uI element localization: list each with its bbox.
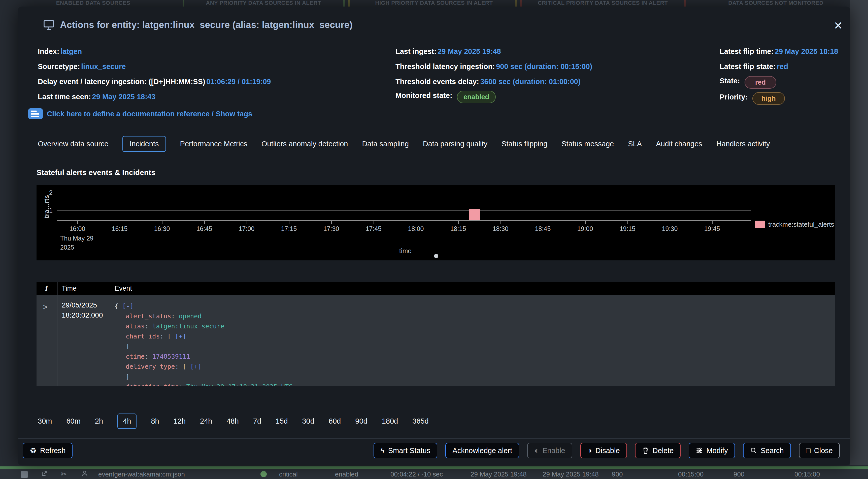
range-60m[interactable]: 60m	[66, 417, 80, 425]
close-icon[interactable]: ✕	[829, 17, 847, 35]
x-tick-label: 16:15	[102, 225, 137, 232]
time-column-header[interactable]: Time	[62, 285, 76, 292]
range-8h[interactable]: 8h	[151, 417, 159, 425]
json-line: ctime: 1748539111	[115, 352, 292, 362]
tab-status-flipping[interactable]: Status flipping	[501, 140, 547, 148]
acknowledge-alert-button[interactable]: Acknowledge alert	[445, 443, 519, 458]
lightning-icon: ϟ	[381, 447, 384, 454]
x-first-label-date: Thu May 29	[60, 235, 93, 242]
expand-toggle[interactable]: [+]	[175, 333, 186, 340]
json-line: chart_ids: [ [+]	[115, 331, 292, 342]
tab-incidents[interactable]: Incidents	[122, 136, 166, 152]
user-icon[interactable]	[81, 470, 88, 477]
external-link-icon[interactable]	[41, 470, 48, 477]
range-24h[interactable]: 24h	[200, 417, 212, 425]
state-badge: red	[745, 76, 776, 89]
refresh-icon: ♻	[30, 447, 36, 454]
y-tick-label: 2	[40, 189, 53, 196]
x-tick-label: 19:00	[567, 225, 603, 232]
range-7d[interactable]: 7d	[253, 417, 261, 425]
tab-bar: Overview data source Incidents Performan…	[38, 135, 770, 152]
tab-data-parsing-quality[interactable]: Data parsing quality	[423, 140, 487, 148]
collapse-toggle[interactable]: [-]	[122, 302, 133, 310]
x-tick	[120, 221, 120, 224]
x-tick-label: 17:00	[229, 225, 264, 232]
toggle-icon: ◐	[534, 447, 539, 454]
info-state: State: red	[720, 76, 776, 89]
bg-panel-edge	[183, 0, 184, 6]
range-4h[interactable]: 4h	[117, 414, 136, 429]
events-table: i Time Event > 29/05/2025 18:20:02.000 {…	[36, 282, 835, 386]
bg-kpi-header: ENABLED DATA SOURCES	[5, 0, 181, 6]
chart-x-axis-label: _time	[386, 247, 421, 255]
bg-row-checkbox[interactable]	[21, 471, 28, 478]
range-12h[interactable]: 12h	[174, 417, 186, 425]
x-tick-label: 19:45	[694, 225, 730, 232]
range-365d[interactable]: 365d	[412, 417, 429, 425]
range-2h[interactable]: 2h	[95, 417, 103, 425]
bg-cell-last-event: 29 May 2025 19:48	[470, 471, 527, 478]
doc-card-icon[interactable]	[28, 108, 43, 119]
bg-cell-state: enabled	[335, 471, 359, 478]
tab-overview-data-source[interactable]: Overview data source	[38, 140, 108, 148]
expand-row-chevron[interactable]: >	[43, 303, 48, 311]
tab-sla[interactable]: SLA	[628, 140, 642, 148]
tab-data-sampling[interactable]: Data sampling	[362, 140, 408, 148]
legend-label[interactable]: trackme:stateful_alerts	[768, 221, 834, 228]
tab-status-message[interactable]: Status message	[561, 140, 614, 148]
x-first-label-year: 2025	[60, 244, 74, 251]
doc-reference-link[interactable]: Click here to define a documentation ref…	[47, 110, 252, 118]
x-tick-label: 16:45	[187, 225, 222, 232]
tab-handlers-activity[interactable]: Handlers activity	[716, 140, 770, 148]
x-tick-label: 17:15	[271, 225, 307, 232]
modify-button[interactable]: Modify	[689, 443, 735, 458]
search-button[interactable]: Search	[743, 443, 791, 458]
table-header	[36, 282, 835, 295]
range-90d[interactable]: 90d	[355, 417, 367, 425]
x-tick-label: 19:15	[610, 225, 645, 232]
range-30d[interactable]: 30d	[302, 417, 314, 425]
bg-cell-entity: eventgen-waf:akamai:cm:json	[98, 471, 185, 478]
priority-badge: high	[752, 92, 785, 105]
index-value[interactable]: latgen	[60, 47, 82, 55]
range-48h[interactable]: 48h	[226, 417, 239, 425]
x-tick	[247, 221, 247, 224]
tab-audit-changes[interactable]: Audit changes	[656, 140, 702, 148]
footer-actions: ϟ Smart Status Acknowledge alert ◐ Enabl…	[374, 443, 840, 458]
close-button[interactable]: □ Close	[799, 443, 840, 458]
tab-outliers-anomaly-detection[interactable]: Outliers anomaly detection	[261, 140, 348, 148]
smart-status-button[interactable]: ϟ Smart Status	[374, 443, 437, 458]
alert-bar[interactable]	[469, 209, 480, 220]
bg-kpi-header: CRITICAL PRIORITY DATA SOURCES IN ALERT	[515, 0, 691, 6]
info-last-time-seen: Last time seen: 29 May 2025 18:43	[38, 92, 155, 102]
tab-performance-metrics[interactable]: Performance Metrics	[180, 140, 248, 148]
stateful-alerts-chart[interactable]: tra...rts 2 1 16:00 16:15 1	[36, 185, 835, 260]
x-tick-label: 17:45	[356, 225, 391, 232]
x-tick	[543, 221, 543, 224]
disable-button[interactable]: ◑ Disable	[580, 443, 627, 458]
modal-title-row: Actions for entity: latgen:linux_secure …	[43, 20, 353, 30]
refresh-button[interactable]: ♻ Refresh	[23, 443, 72, 458]
bg-kpi-header: ANY PRIORITY DATA SOURCES IN ALERT	[175, 0, 352, 6]
toggle-icon: ◑	[587, 447, 592, 454]
info-monitored-state: Monitored state: enabled	[396, 91, 496, 103]
range-30m[interactable]: 30m	[38, 417, 52, 425]
range-15d[interactable]: 15d	[276, 417, 288, 425]
bg-cell-lag-sec: 900	[612, 471, 623, 478]
bg-panel-edge	[520, 0, 522, 6]
monitored-state-badge: enabled	[457, 91, 496, 103]
bg-panel-edge	[515, 0, 517, 6]
background-panel	[850, 0, 868, 466]
legend-swatch	[755, 221, 765, 228]
info-latest-flip-state: Latest flip state: red	[720, 62, 788, 72]
delete-button[interactable]: Delete	[635, 443, 681, 458]
expand-toggle[interactable]: [+]	[190, 363, 202, 370]
range-180d[interactable]: 180d	[382, 417, 398, 425]
info-threshold-latency: Threshold latency ingestion: 900 sec (du…	[396, 62, 592, 72]
event-column-header[interactable]: Event	[115, 285, 132, 292]
scissors-icon[interactable]: ✂	[61, 470, 67, 478]
sourcetype-value[interactable]: linux_secure	[81, 62, 126, 70]
pagination-dot[interactable]	[434, 254, 438, 258]
footer-left: ♻ Refresh	[23, 443, 72, 458]
range-60d[interactable]: 60d	[329, 417, 341, 425]
